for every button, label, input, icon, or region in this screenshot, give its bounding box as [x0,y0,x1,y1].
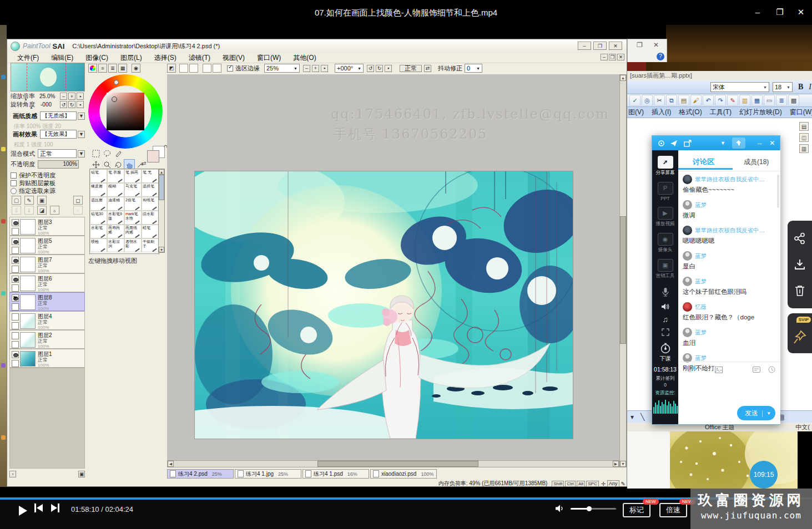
new-linework-layer-icon[interactable]: ✎ [24,196,34,205]
rotate-reset-icon[interactable]: ▪ [385,65,392,72]
volume-slider[interactable] [571,508,616,510]
layer-visibility-toggle[interactable] [12,238,19,245]
brush-cell[interactable]: 透明水彩 [124,238,142,252]
doc-tab[interactable]: xiaodiaozi.psd100% [370,469,437,479]
brush-cell[interactable]: 画用纸丙烯 [124,225,142,238]
sai-minimize-button[interactable]: – [578,42,591,50]
speed-button[interactable]: 倍速 [659,503,687,517]
chat-close-icon[interactable]: ✕ [769,139,775,147]
font-size-select[interactable]: 18▼ [773,82,793,92]
rect-select-icon[interactable] [90,148,102,159]
outline-icon[interactable]: ≣ [776,95,787,106]
layer-mask-toggle[interactable] [12,341,19,348]
grid-icon[interactable]: ▩ [788,95,799,106]
brush-cell[interactable]: 马克笔 [124,183,142,197]
canvas-hscrollbar-thumb[interactable] [317,461,478,467]
new-layer-icon[interactable]: ▢ [12,196,21,205]
doc-tab[interactable]: 练习4 2.psd25% [167,469,234,479]
doc-restore-button[interactable]: ❐ [609,54,616,60]
table-icon[interactable]: ▦ [752,95,763,106]
layer-row[interactable]: 图层2正常100% [9,330,85,349]
brush-cell[interactable]: 橡皮擦 [90,183,107,197]
send-options-icon[interactable]: ▼ [766,411,771,416]
layer-visibility-toggle[interactable] [12,219,19,226]
nav-zoom-out-icon[interactable]: – [60,93,67,100]
history-icon[interactable] [768,366,775,373]
brush-cell[interactable]: 旧水彩 [142,211,159,225]
paste-icon[interactable]: ▤ [678,95,689,106]
format-painter-icon[interactable]: 🖌 [690,95,702,106]
chart-icon[interactable]: ▥ [739,95,750,106]
close-button[interactable]: ✕ [793,6,809,19]
italic-button[interactable]: I [809,83,811,91]
prev-button[interactable] [34,503,43,512]
chat-scrollbar[interactable] [777,175,779,208]
nav-zoom-in-icon[interactable]: + [68,93,75,100]
clear-layer-icon[interactable]: ◪ [37,206,47,215]
sai-close-button[interactable]: ✕ [609,42,622,50]
help-icon[interactable]: ? [657,53,664,60]
delete-layer-icon[interactable]: 🝔 [50,206,59,215]
new-layer-folder-icon[interactable]: ▣ [37,196,47,205]
primary-color-swatch[interactable] [147,150,159,162]
doc-tab[interactable]: 练习4 1.jpg25% [235,469,301,479]
maximize-icon[interactable]: ❐ [637,41,643,49]
sai-menu-item[interactable]: 选择(S) [154,53,176,63]
layer-mask-toggle[interactable] [12,284,19,292]
sai-maximize-button[interactable]: ❐ [593,42,607,50]
brush-cell[interactable]: 和纸笔 [142,197,159,211]
redo-icon[interactable]: ↷ [715,95,726,106]
rgb-slider-toggle-icon[interactable]: ≡ [98,64,107,73]
paper-texture-select[interactable]: 【无质感】 [40,111,77,120]
doc-tab[interactable]: 练习4 1.psd16% [302,469,369,479]
ppt-menu-item[interactable]: 插入(I) [652,108,671,117]
brush-cell[interactable]: 干燥刷子 [142,238,159,252]
layer-row[interactable]: 图层1正常100% [9,349,85,368]
tab-members[interactable]: 成员(18) [744,157,769,167]
brush-cell[interactable]: 选区擦 [90,197,107,211]
rail-item-分享屏幕[interactable]: ➚分享屏幕 [652,156,678,176]
layer-row[interactable]: 图层4正常100% [9,311,85,330]
sai-menu-item[interactable]: 视图(V) [223,53,245,63]
navigator-preview[interactable] [11,63,85,91]
paper-effect-dropdown-icon[interactable]: ▼ [78,131,85,138]
nav-rotate-ccw-icon[interactable]: ↺ [60,101,67,108]
layer-row[interactable]: 图层3正常100% [9,217,85,236]
zoom-slider-handle[interactable]: ▲ [24,97,28,101]
rail-item-摄像头[interactable]: ◉摄像头 [652,233,678,253]
panel-corner-left-icon[interactable]: ▫ [9,471,16,477]
swatches-toggle-icon[interactable]: ▦ [118,64,127,73]
share-export-icon[interactable] [684,140,692,147]
brush-cell[interactable]: 选择笔 [142,183,159,197]
download-icon[interactable] [794,258,806,271]
rotate-slider-handle[interactable]: ▲ [29,105,33,109]
share-icon[interactable] [794,232,806,245]
rail-item-PPT[interactable]: PPPT [652,182,678,201]
ppt-menu-item[interactable]: 窗口(W) [790,108,812,117]
music-icon[interactable]: ♫ [652,315,678,324]
pin-icon[interactable] [793,330,806,344]
card-message-icon[interactable] [753,367,760,373]
brush-cell[interactable]: 铅笔 [90,169,107,183]
layer-mask-icon[interactable]: ◻ [73,196,83,205]
brush-cell[interactable]: 油漆桶 [107,197,124,211]
view-normal-button[interactable]: 正常 [400,65,422,72]
mark-button[interactable]: 标记 [623,503,650,517]
nav-pin-icon[interactable] [658,140,665,147]
chat-minimize-icon[interactable]: – [758,139,761,147]
ppt-menu-item[interactable]: 幻灯片放映(D) [739,108,782,117]
close-icon[interactable]: ✕ [653,41,659,49]
tab-discussion[interactable]: 讨论区 [693,157,714,167]
undo-icon[interactable]: ↶ [703,95,714,106]
zoom-out-icon[interactable]: – [303,65,310,72]
nav-rotate-cw-icon[interactable]: ↻ [68,101,75,108]
sai-menu-item[interactable]: 文件(F) [17,53,39,63]
brush-scrollbar[interactable]: ▲ ▼ [158,169,165,253]
next-button[interactable] [51,503,59,512]
select-pen-icon[interactable] [113,148,124,159]
brush-cell[interactable]: 笔 衣服 [107,169,124,183]
nav-rotate-reset-icon[interactable]: ▪ [77,101,84,108]
canvas-area[interactable]: qq:175466401, zfb.lvstelle@qq.com 手机号 13… [167,74,619,460]
minimize-button[interactable]: – [749,6,766,19]
brush-cell[interactable]: 笔 插画 [124,169,142,183]
